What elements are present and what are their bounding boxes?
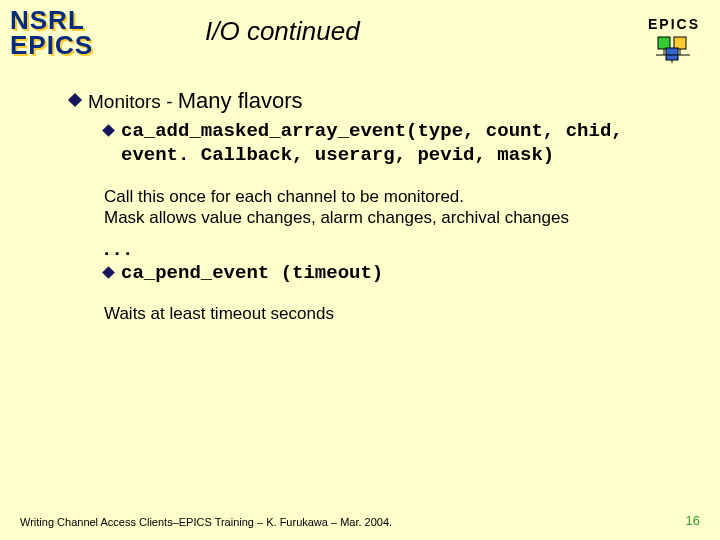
code-snippet-2: ca_pend_event (timeout): [121, 262, 383, 286]
code-snippet-1: ca_add_masked_array_event(type, count, c…: [121, 120, 680, 168]
ellipsis: . . .: [104, 238, 680, 260]
svg-rect-0: [658, 37, 670, 49]
monitors-suffix: Many flavors: [178, 88, 303, 113]
bullet-level1: Monitors - Many flavors: [70, 88, 680, 114]
svg-rect-1: [674, 37, 686, 49]
monitors-label: Monitors -: [88, 91, 178, 112]
content-area: Monitors - Many flavors ca_add_masked_ar…: [70, 88, 680, 324]
page-number: 16: [686, 513, 700, 528]
footer-citation: Writing Channel Access Clients–EPICS Tra…: [20, 516, 392, 528]
monitors-line: Monitors - Many flavors: [88, 88, 302, 114]
description-2: Waits at least timeout seconds: [104, 304, 680, 324]
diamond-bullet-icon: [68, 93, 82, 107]
desc-line: Mask allows value changes, alarm changes…: [104, 207, 680, 228]
svg-rect-2: [666, 48, 678, 60]
epics-logo-icon: [656, 35, 700, 67]
page-title: I/O continued: [205, 16, 360, 47]
bullet-level2: ca_pend_event (timeout): [104, 262, 680, 286]
diamond-bullet-icon: [102, 266, 115, 279]
org-logo: NSRL EPICS: [10, 8, 93, 57]
logo-line2: EPICS: [10, 33, 93, 58]
epics-label: EPICS: [648, 16, 700, 32]
description-1: Call this once for each channel to be mo…: [104, 186, 680, 229]
footer: Writing Channel Access Clients–EPICS Tra…: [20, 513, 700, 528]
bullet-level2: ca_add_masked_array_event(type, count, c…: [104, 120, 680, 168]
header: I/O continued EPICS: [130, 16, 700, 67]
epics-block: EPICS: [648, 16, 700, 67]
logo-line1: NSRL: [10, 8, 93, 33]
desc-line: Call this once for each channel to be mo…: [104, 186, 680, 207]
diamond-bullet-icon: [102, 124, 115, 137]
